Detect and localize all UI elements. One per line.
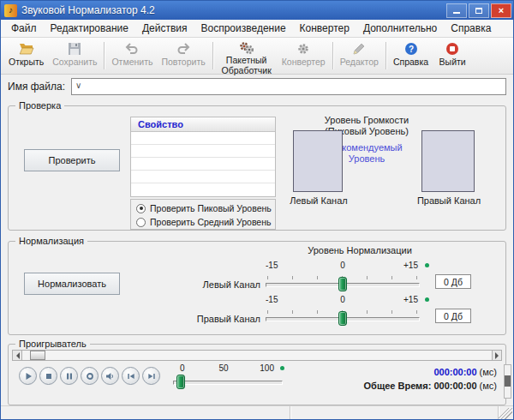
help-button[interactable]: ? Справка xyxy=(389,39,433,73)
open-button[interactable]: Открыть xyxy=(4,39,48,73)
menubar: Файл Редактирование Действия Воспроизвед… xyxy=(1,20,513,38)
chevron-down-icon[interactable]: ∨ xyxy=(75,81,81,90)
left-db-value[interactable]: 0 Дб xyxy=(435,274,471,289)
menu-playback[interactable]: Воспроизведение xyxy=(194,21,293,36)
menu-converter[interactable]: Конвертер xyxy=(293,21,356,36)
total-time: 000:00:00 xyxy=(433,381,476,391)
check-button[interactable]: Проверить xyxy=(24,149,120,171)
right-triangle-icon xyxy=(495,352,502,359)
toolbar-separator xyxy=(332,42,333,69)
seek-bar[interactable] xyxy=(12,350,502,361)
save-label: Сохранить xyxy=(52,57,97,68)
main-area: Проверка Проверить Свойство Проверить Пи… xyxy=(1,99,513,405)
minimize-button[interactable] xyxy=(446,3,467,18)
property-table-header: Свойство xyxy=(131,117,275,132)
right-db-value[interactable]: 0 Дб xyxy=(435,309,471,323)
property-table: Свойство xyxy=(130,117,276,197)
left-triangle-icon xyxy=(13,352,20,359)
volume-mid-label: 50 xyxy=(218,363,228,373)
left-slider-thumb[interactable] xyxy=(338,277,347,291)
radio-peak-level[interactable]: Проверить Пиковый Уровень xyxy=(136,201,270,215)
undo-label: Отменить xyxy=(111,57,152,68)
left-channel-slider[interactable] xyxy=(266,276,420,291)
redo-button[interactable]: Повторить xyxy=(157,39,209,73)
filename-combobox[interactable]: ∨ xyxy=(71,78,506,95)
side-scrollbar-thumb[interactable] xyxy=(505,375,511,387)
speaker-icon xyxy=(105,372,115,381)
volume-thumb[interactable] xyxy=(176,375,185,389)
titlebar[interactable]: ♪ Звуковой Нормализатор 4.2 × xyxy=(1,1,513,20)
green-dot-icon xyxy=(425,263,429,267)
volume-slider[interactable] xyxy=(173,374,274,389)
table-row[interactable] xyxy=(131,183,275,196)
time-display: 000:00:00 (мс) Общее Время: 000:00:00 (м… xyxy=(364,365,497,393)
close-button[interactable]: × xyxy=(491,3,511,18)
undo-button[interactable]: Отменить xyxy=(107,39,157,73)
scale-max-label: +15 xyxy=(403,261,418,270)
total-unit: (мс) xyxy=(480,381,497,391)
stop-button[interactable] xyxy=(39,367,57,385)
play-button[interactable] xyxy=(19,367,37,385)
converter-gear-icon xyxy=(296,41,310,57)
check-group-legend: Проверка xyxy=(15,99,64,111)
norm-right-channel-label: Правый Канал xyxy=(178,314,260,324)
right-channel-meter xyxy=(421,130,475,192)
side-scrollbar[interactable] xyxy=(504,364,511,399)
pause-button[interactable] xyxy=(60,367,78,385)
skip-back-icon xyxy=(127,372,135,381)
left-channel-meter xyxy=(293,130,343,192)
menu-extra[interactable]: Дополнительно xyxy=(356,21,444,36)
skip-forward-icon xyxy=(147,372,156,381)
maximize-icon xyxy=(475,8,482,14)
editor-pencil-icon xyxy=(352,41,366,57)
normalize-button[interactable]: Нормализовать xyxy=(24,273,120,295)
player-buttons xyxy=(19,367,160,385)
batch-processor-button[interactable]: Пакетный Обработчик xyxy=(216,39,278,73)
right-channel-slider[interactable] xyxy=(266,310,420,326)
window-title: Звуковой Нормализатор 4.2 xyxy=(21,4,445,16)
seek-left-arrow[interactable] xyxy=(12,350,22,361)
radio-selected-icon xyxy=(136,204,146,213)
table-row[interactable] xyxy=(131,132,275,145)
status-bar xyxy=(1,405,513,420)
right-slider-thumb[interactable] xyxy=(338,311,347,326)
total-time-line: Общее Время: 000:00:00 (мс) xyxy=(364,379,497,393)
resize-grip-icon[interactable] xyxy=(499,408,512,420)
scale-mid-label: 0 xyxy=(340,295,345,304)
exit-label: Выйти xyxy=(439,57,466,68)
volume-scale: 0 50 100 xyxy=(173,363,274,374)
next-button[interactable] xyxy=(142,367,160,385)
table-row[interactable] xyxy=(131,171,275,183)
loop-button[interactable] xyxy=(81,367,99,385)
previous-button[interactable] xyxy=(122,367,140,385)
exit-button[interactable]: Выйти xyxy=(433,39,472,73)
radio-average-level[interactable]: Проверить Средний Уровень xyxy=(136,215,270,229)
toolbar: Открыть Сохранить Отменить Повторить xyxy=(1,38,513,75)
menu-file[interactable]: Файл xyxy=(4,21,44,36)
exit-power-icon xyxy=(445,41,459,57)
open-label: Открыть xyxy=(9,57,44,68)
scale-min-label: -15 xyxy=(266,261,278,270)
seek-right-arrow[interactable] xyxy=(492,350,502,361)
volume-max-label: 100 xyxy=(260,363,274,373)
app-icon: ♪ xyxy=(4,4,17,17)
menu-edit[interactable]: Редактирование xyxy=(44,21,135,36)
green-dot-icon xyxy=(280,366,284,370)
volume-min-label: 0 xyxy=(180,363,185,373)
seek-thumb[interactable] xyxy=(30,351,45,360)
right-channel-label: Правый Канал xyxy=(413,195,485,206)
slider-groove[interactable] xyxy=(173,381,283,385)
menu-actions[interactable]: Действия xyxy=(135,21,194,36)
maximize-button[interactable] xyxy=(469,3,489,18)
menu-help[interactable]: Справка xyxy=(444,21,498,36)
editor-button[interactable]: Редактор xyxy=(336,39,383,73)
scale-mid-label: 0 xyxy=(340,261,345,270)
table-row[interactable] xyxy=(131,145,275,158)
save-button[interactable]: Сохранить xyxy=(48,39,101,73)
mute-button[interactable] xyxy=(101,367,119,385)
batch-processor-label: Пакетный Обработчик xyxy=(220,56,273,75)
converter-button[interactable]: Конвертер xyxy=(278,39,330,73)
seek-track[interactable] xyxy=(22,350,492,361)
table-row[interactable] xyxy=(131,158,275,171)
green-dot-icon xyxy=(425,297,429,302)
